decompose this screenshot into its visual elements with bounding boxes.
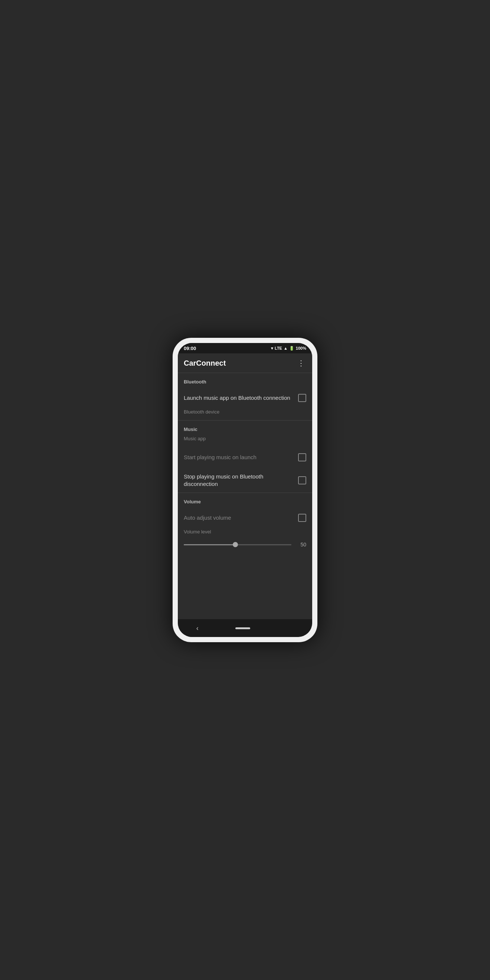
volume-slider-value: 50 xyxy=(296,542,306,547)
signal-icon: ▲ xyxy=(283,346,288,350)
volume-slider-thumb[interactable] xyxy=(233,542,238,547)
volume-level-label: Volume level xyxy=(184,529,211,535)
nav-home-indicator[interactable] xyxy=(235,627,250,629)
phone-frame: 09:00 ▾ LTE ▲ 🔋 100% CarConnect ⋮ Blueto… xyxy=(173,338,317,642)
launch-music-label: Launch music app on Bluetooth connection xyxy=(184,394,298,402)
stop-playing-checkbox[interactable] xyxy=(298,476,306,484)
auto-adjust-checkbox[interactable] xyxy=(298,514,306,522)
section-volume: Volume Auto adjust volume Volume level 5… xyxy=(178,493,312,554)
app-title: CarConnect xyxy=(184,359,226,368)
volume-level-label-row: Volume level xyxy=(178,528,312,540)
settings-content: Bluetooth Launch music app on Bluetooth … xyxy=(178,373,312,619)
music-app-label: Music app xyxy=(184,436,206,441)
battery-label: 100% xyxy=(296,346,306,350)
setting-row-launch-music[interactable]: Launch music app on Bluetooth connection xyxy=(178,388,312,408)
status-bar: 09:00 ▾ LTE ▲ 🔋 100% xyxy=(178,343,312,353)
nav-bar: ‹ xyxy=(178,619,312,637)
status-time: 09:00 xyxy=(184,345,196,351)
battery-icon: 🔋 xyxy=(289,346,294,351)
setting-row-stop-playing[interactable]: Stop playing music on Bluetooth disconne… xyxy=(178,468,312,493)
music-app-row[interactable]: Music app xyxy=(178,435,312,447)
section-music: Music Music app Start playing music on l… xyxy=(178,421,312,493)
app-bar: CarConnect ⋮ xyxy=(178,353,312,373)
nav-back-button[interactable]: ‹ xyxy=(196,624,199,632)
section-bluetooth: Bluetooth Launch music app on Bluetooth … xyxy=(178,373,312,421)
volume-slider-fill xyxy=(184,544,235,545)
bluetooth-device-row[interactable]: Bluetooth device xyxy=(178,408,312,420)
auto-adjust-label: Auto adjust volume xyxy=(184,514,298,522)
setting-row-start-playing[interactable]: Start playing music on launch xyxy=(178,447,312,468)
start-playing-checkbox[interactable] xyxy=(298,453,306,461)
more-menu-icon[interactable]: ⋮ xyxy=(296,357,306,369)
section-header-bluetooth: Bluetooth xyxy=(178,373,312,388)
lte-label: LTE xyxy=(275,346,282,350)
volume-slider-track[interactable] xyxy=(184,544,291,545)
volume-slider-container[interactable]: 50 xyxy=(178,540,312,554)
setting-row-auto-adjust[interactable]: Auto adjust volume xyxy=(178,508,312,528)
start-playing-label: Start playing music on launch xyxy=(184,453,298,461)
section-header-volume: Volume xyxy=(178,493,312,508)
section-header-music: Music xyxy=(178,421,312,435)
phone-screen: 09:00 ▾ LTE ▲ 🔋 100% CarConnect ⋮ Blueto… xyxy=(178,343,312,637)
wifi-icon: ▾ xyxy=(271,346,273,351)
status-icons: ▾ LTE ▲ 🔋 100% xyxy=(271,346,306,351)
stop-playing-label: Stop playing music on Bluetooth disconne… xyxy=(184,473,298,487)
bluetooth-device-label: Bluetooth device xyxy=(184,409,220,415)
launch-music-checkbox[interactable] xyxy=(298,394,306,402)
nav-recents-button[interactable] xyxy=(287,625,294,632)
